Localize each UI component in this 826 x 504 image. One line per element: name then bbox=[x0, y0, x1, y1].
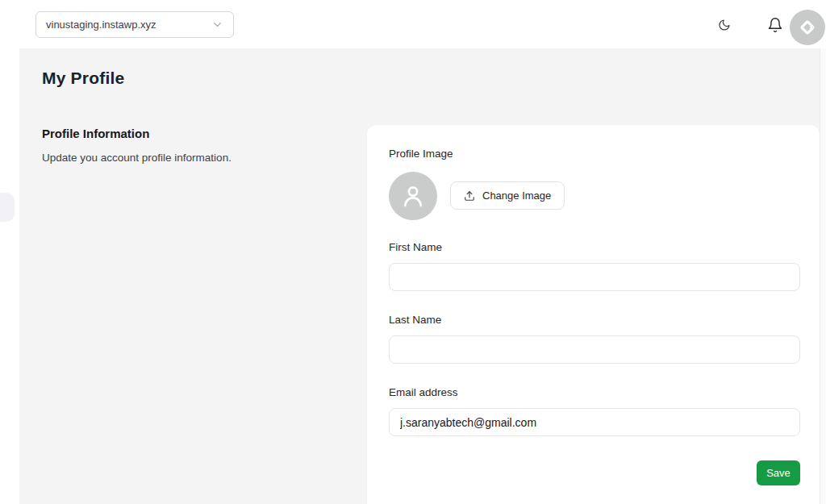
moon-icon bbox=[718, 19, 731, 31]
save-button[interactable]: Save bbox=[757, 460, 800, 485]
email-input[interactable] bbox=[389, 408, 800, 436]
site-selector-value: vinustaging.instawp.xyz bbox=[46, 19, 156, 31]
email-label: Email address bbox=[389, 386, 458, 398]
profile-section-description: Update you account profile information. bbox=[42, 152, 232, 164]
profile-form-card: Profile Image Change Image First Name La… bbox=[367, 125, 820, 504]
first-name-label: First Name bbox=[389, 241, 442, 253]
account-avatar-button[interactable] bbox=[790, 10, 825, 45]
theme-toggle-button[interactable] bbox=[713, 14, 736, 36]
sidebar-collapsed-item[interactable] bbox=[0, 193, 15, 222]
profile-image-label: Profile Image bbox=[389, 148, 453, 160]
site-selector-dropdown[interactable]: vinustaging.instawp.xyz bbox=[35, 11, 234, 38]
page-title: My Profile bbox=[42, 69, 124, 88]
diamond-logo-icon bbox=[797, 17, 818, 38]
change-image-button[interactable]: Change Image bbox=[450, 181, 565, 210]
last-name-input[interactable] bbox=[389, 335, 800, 364]
bell-icon bbox=[767, 17, 783, 33]
notifications-button[interactable] bbox=[762, 12, 788, 38]
profile-section-heading: Profile Information bbox=[42, 127, 149, 140]
upload-icon bbox=[464, 190, 475, 202]
profile-avatar bbox=[389, 172, 437, 220]
change-image-label: Change Image bbox=[482, 190, 551, 202]
scrollbar-track[interactable] bbox=[820, 48, 826, 504]
topbar: vinustaging.instawp.xyz bbox=[0, 0, 826, 48]
first-name-input[interactable] bbox=[389, 263, 800, 291]
person-icon bbox=[399, 182, 427, 210]
chevron-down-icon bbox=[211, 19, 223, 31]
last-name-label: Last Name bbox=[389, 314, 441, 326]
main-content: My Profile Profile Information Update yo… bbox=[19, 48, 820, 504]
